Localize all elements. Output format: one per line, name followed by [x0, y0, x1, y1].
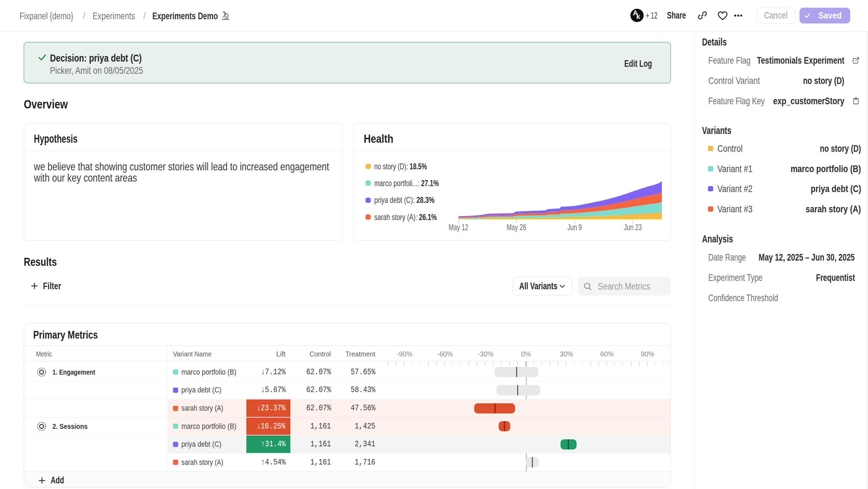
svg-text:May 26: May 26 — [507, 223, 526, 232]
svg-text:May 12: May 12 — [449, 223, 468, 232]
svg-text:Jun 9: Jun 9 — [567, 223, 582, 232]
svg-text:Jun 23: Jun 23 — [624, 223, 642, 232]
